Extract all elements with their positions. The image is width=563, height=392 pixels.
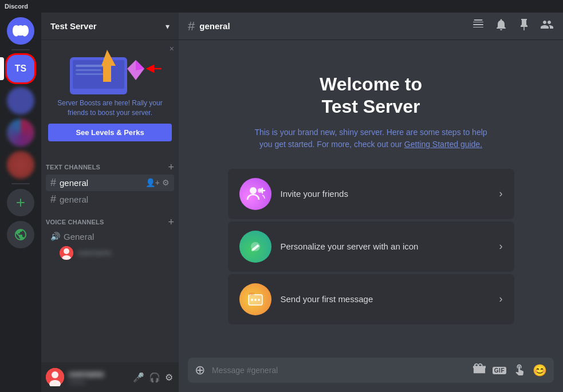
voice-channel-name: General: [64, 232, 170, 241]
channel-action-icons: 👤+ ⚙: [145, 178, 170, 187]
send-message-icon: Hi!: [239, 283, 271, 315]
server-icon-ts[interactable]: TS: [7, 55, 34, 82]
text-channels-label: TEXT CHANNELS: [46, 164, 100, 171]
invite-friends-arrow-icon: ›: [499, 188, 503, 200]
user-controls: 🎤 🎧 ⚙: [132, 371, 174, 384]
message-input[interactable]: [212, 366, 473, 375]
message-input-area: ⊕ GIF 😊: [179, 358, 563, 392]
add-server-button[interactable]: +: [7, 189, 34, 216]
channel-hash-icon-2: #: [50, 193, 56, 205]
personalize-icon: [239, 231, 271, 263]
discord-home-button[interactable]: [7, 17, 34, 45]
user-area: username online 🎤 🎧 ⚙: [41, 362, 179, 392]
invite-friends-icon: [239, 178, 271, 210]
server-divider: [11, 49, 30, 50]
channel-item-general-2[interactable]: # general: [46, 191, 174, 208]
text-channels-category: TEXT CHANNELS +: [41, 153, 179, 175]
invite-friends-label: Invite your friends: [281, 189, 490, 199]
active-server-indicator: [0, 57, 4, 80]
personalize-arrow-icon: ›: [499, 240, 503, 252]
gif-badge[interactable]: GIF: [493, 367, 506, 374]
welcome-description: This is your brand new, shiny server. He…: [251, 126, 491, 151]
svg-point-14: [52, 371, 58, 378]
headphone-button[interactable]: 🎧: [148, 371, 162, 384]
mic-button[interactable]: 🎤: [132, 371, 145, 384]
server-icon-4[interactable]: [7, 151, 34, 179]
wave-icon[interactable]: [513, 363, 526, 378]
svg-point-26: [258, 299, 260, 301]
svg-point-24: [251, 299, 253, 301]
channel-header: # general: [179, 13, 563, 40]
members-icon[interactable]: [540, 18, 554, 34]
welcome-area: Welcome to Test Server This is your bran…: [179, 40, 563, 358]
send-message-card[interactable]: Hi! Send your first message ›: [228, 274, 514, 324]
welcome-title: Welcome to Test Server: [320, 73, 422, 117]
server-icon-3[interactable]: [7, 119, 34, 146]
getting-started-cards: Invite your friends › Personalize your s…: [228, 169, 514, 324]
explore-button[interactable]: [7, 221, 34, 248]
channel-hash-icon: #: [50, 177, 56, 189]
ts-label: TS: [15, 64, 26, 74]
personalize-label: Personalize your server with an icon: [281, 241, 490, 251]
server-icon-2[interactable]: [7, 87, 34, 114]
add-voice-channel-button[interactable]: +: [168, 217, 174, 227]
channel-settings-icon[interactable]: ⚙: [162, 178, 170, 187]
svg-rect-4: [76, 73, 104, 75]
svg-text:Hi!: Hi!: [249, 292, 254, 296]
server-list: TS +: [0, 13, 41, 392]
user-settings-button[interactable]: ⚙: [164, 371, 174, 384]
channels-icon[interactable]: [471, 18, 485, 34]
svg-rect-3: [76, 69, 101, 71]
channel-name-2: general: [60, 195, 170, 204]
svg-point-16: [250, 187, 257, 194]
user-status: online: [69, 378, 127, 385]
voice-channel-icon: 🔊: [50, 232, 60, 241]
add-text-channel-button[interactable]: +: [168, 162, 174, 172]
getting-started-link[interactable]: Getting Started guide.: [404, 140, 482, 149]
server-header[interactable]: Test Server ▾: [41, 13, 179, 40]
channel-header-name: general: [199, 21, 230, 31]
channel-item-voice-general[interactable]: 🔊 General: [46, 229, 174, 244]
svg-marker-8: [136, 60, 144, 70]
voice-channels-label: VOICE CHANNELS: [46, 219, 104, 225]
boost-banner-text: Server Boosts are here! Rally your frien…: [48, 98, 172, 118]
svg-point-21: [251, 249, 254, 251]
gift-icon[interactable]: [473, 363, 486, 378]
channel-list: TEXT CHANNELS + # general 👤+ ⚙ # general…: [41, 148, 179, 362]
channel-header-icons: [471, 18, 554, 34]
see-levels-perks-button[interactable]: See Levels & Perks: [48, 124, 172, 141]
boost-illustration: [48, 47, 172, 98]
emoji-button[interactable]: 😊: [533, 363, 547, 377]
server-name: Test Server: [50, 21, 97, 31]
server-header-chevron-icon: ▾: [166, 22, 170, 31]
bell-icon[interactable]: [494, 18, 508, 34]
message-add-button[interactable]: ⊕: [195, 363, 205, 378]
voice-member-item: username: [46, 244, 174, 262]
message-input-container: ⊕ GIF 😊: [188, 358, 554, 383]
invite-friends-card[interactable]: Invite your friends ›: [228, 169, 514, 219]
main-content: # general: [179, 13, 563, 392]
add-member-icon[interactable]: 👤+: [145, 178, 160, 187]
message-tools: GIF 😊: [473, 363, 547, 378]
app-title: Discord: [5, 3, 28, 10]
boost-illustration-svg: [56, 49, 164, 97]
user-avatar: [46, 368, 64, 386]
plus-icon: +: [16, 193, 25, 212]
pin-icon[interactable]: [517, 18, 531, 34]
svg-rect-6: [103, 65, 111, 82]
boost-banner: ×: [41, 40, 179, 148]
svg-point-11: [64, 248, 69, 254]
user-info: username online: [69, 370, 127, 385]
send-message-arrow-icon: ›: [499, 293, 503, 305]
voice-member-name: username: [78, 248, 111, 257]
svg-point-25: [254, 299, 257, 301]
server-divider-2: [11, 183, 30, 184]
channel-header-hash-icon: #: [188, 19, 195, 34]
voice-channels-category: VOICE CHANNELS +: [41, 208, 179, 229]
channel-sidebar: Test Server ▾ ×: [41, 13, 179, 392]
channel-item-general-active[interactable]: # general 👤+ ⚙: [46, 175, 174, 191]
send-message-label: Send your first message: [281, 294, 490, 304]
channel-header-left: # general: [188, 19, 230, 34]
personalize-card[interactable]: Personalize your server with an icon ›: [228, 221, 514, 272]
voice-member-avatar: [60, 246, 73, 260]
